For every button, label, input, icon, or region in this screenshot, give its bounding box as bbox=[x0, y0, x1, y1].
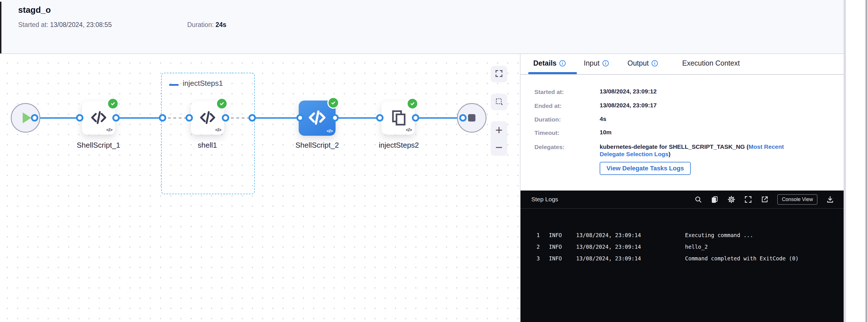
detail-value: 13/08/2024, 23:09:17 bbox=[600, 102, 657, 109]
stop-icon bbox=[468, 114, 475, 121]
log-message: Command completed with ExitCode (0) bbox=[685, 255, 799, 262]
step-type-glyph: </> bbox=[106, 127, 112, 133]
step-node-shell1[interactable]: </> bbox=[191, 101, 224, 135]
group-label[interactable]: injectSteps1 bbox=[183, 79, 223, 88]
edge-start-to-shellscript1 bbox=[35, 117, 80, 119]
connector-dot[interactable] bbox=[331, 114, 339, 121]
log-timestamp: 13/08/2024, 23:09:14 bbox=[576, 244, 641, 250]
shell-script-icon bbox=[90, 109, 107, 127]
connector-dot[interactable] bbox=[412, 114, 419, 121]
pipeline-execution-page: stagd_o Started at: 13/08/2024, 23:08:55… bbox=[0, 0, 868, 322]
step-label-shellscript2[interactable]: ShellScript_2 bbox=[283, 141, 351, 150]
edge-shellscript2-to-injectsteps2 bbox=[335, 117, 380, 119]
detail-label: Duration: bbox=[534, 116, 594, 123]
log-timestamp: 13/08/2024, 23:09:14 bbox=[576, 232, 641, 238]
connector-dot[interactable] bbox=[459, 114, 467, 121]
console-header: Step Logs Console View bbox=[521, 191, 844, 209]
tab-output[interactable]: Output bbox=[627, 59, 658, 67]
detail-value: 13/08/2024, 23:09:12 bbox=[600, 88, 657, 95]
step-label-shell1[interactable]: shell1 bbox=[173, 141, 241, 150]
connector-dot[interactable] bbox=[248, 114, 256, 121]
tab-details[interactable]: Details bbox=[533, 59, 566, 67]
detail-label: Timeout: bbox=[534, 129, 594, 136]
log-level: INFO bbox=[549, 244, 562, 250]
success-check-icon bbox=[107, 98, 119, 110]
delegates-value: kubernetes-delegate for SHELL_SCRIPT_TAS… bbox=[600, 143, 787, 158]
connector-dot[interactable] bbox=[222, 114, 229, 121]
step-type-glyph: </> bbox=[406, 127, 412, 133]
log-message: Executing command ... bbox=[685, 232, 753, 238]
connector-dot[interactable] bbox=[186, 114, 193, 121]
window-scrollbar[interactable] bbox=[865, 0, 867, 322]
delegates-label: Delegates: bbox=[534, 144, 594, 150]
duration-label: Duration: bbox=[187, 21, 214, 28]
connector-dot[interactable] bbox=[112, 114, 120, 121]
log-message: hello_2 bbox=[685, 244, 708, 250]
play-icon bbox=[23, 112, 31, 123]
step-type-glyph: </> bbox=[327, 128, 333, 134]
log-line: 2 INFO 13/08/2024, 23:09:14 hello_2 bbox=[521, 244, 844, 252]
settings-gear-icon[interactable] bbox=[727, 195, 736, 204]
edge-shell1-to-groupend bbox=[225, 117, 252, 119]
info-icon[interactable] bbox=[602, 60, 609, 67]
log-timestamp: 13/08/2024, 23:09:14 bbox=[576, 255, 641, 262]
detail-label: Ended at: bbox=[534, 103, 594, 109]
copy-icon[interactable] bbox=[711, 196, 718, 203]
tab-output-label: Output bbox=[627, 59, 649, 67]
console-toolbar: Console View bbox=[694, 191, 834, 208]
active-tab-underline bbox=[528, 72, 577, 74]
connector-dot[interactable] bbox=[76, 114, 83, 121]
started-at-label: Started at: bbox=[18, 21, 48, 28]
edge-group-to-shellscript2 bbox=[252, 117, 300, 119]
search-icon[interactable] bbox=[694, 196, 702, 203]
tab-details-label: Details bbox=[533, 59, 557, 67]
shell-script-icon bbox=[308, 108, 327, 128]
download-icon[interactable] bbox=[826, 196, 834, 203]
marquee-select-button[interactable] bbox=[491, 94, 507, 110]
marquee-selection-icon bbox=[495, 97, 503, 107]
fit-to-screen-button[interactable] bbox=[491, 66, 507, 82]
zoom-controls: + − bbox=[491, 121, 507, 156]
connector-dot[interactable] bbox=[376, 114, 383, 121]
tab-input[interactable]: Input bbox=[584, 59, 609, 67]
panel-right-rail bbox=[844, 0, 846, 322]
view-delegate-tasks-logs-button[interactable]: View Delegate Tasks Logs bbox=[600, 162, 691, 175]
shell-script-icon bbox=[199, 109, 216, 127]
edge-shellscript1-to-group bbox=[116, 117, 162, 119]
tab-execution-context-label: Execution Context bbox=[682, 59, 740, 67]
step-logs-console: Step Logs Console View bbox=[521, 191, 844, 322]
open-in-new-icon[interactable] bbox=[761, 196, 769, 203]
edge-group-to-shell1 bbox=[162, 117, 189, 119]
group-steps-icon bbox=[390, 109, 407, 127]
fullscreen-icon[interactable] bbox=[744, 196, 752, 203]
details-tabs: Details Input Output Execution Context bbox=[521, 54, 844, 75]
success-check-icon bbox=[327, 97, 339, 109]
step-node-shellscript1[interactable]: </> bbox=[82, 101, 115, 135]
console-view-button[interactable]: Console View bbox=[777, 194, 817, 205]
log-line: 3 INFO 13/08/2024, 23:09:14 Command comp… bbox=[521, 255, 844, 264]
step-label-shellscript1[interactable]: ShellScript_1 bbox=[64, 141, 132, 150]
info-icon[interactable] bbox=[651, 60, 658, 67]
zoom-in-button[interactable]: + bbox=[491, 121, 507, 139]
connector-dot[interactable] bbox=[159, 114, 166, 121]
step-label-injectsteps2[interactable]: injectSteps2 bbox=[365, 141, 433, 150]
connector-dot[interactable] bbox=[297, 114, 304, 121]
delegates-text: kubernetes-delegate for SHELL_SCRIPT_TAS… bbox=[600, 143, 749, 150]
zoom-out-button[interactable]: − bbox=[491, 139, 507, 156]
tab-input-label: Input bbox=[584, 59, 600, 67]
fullscreen-icon bbox=[495, 69, 503, 79]
collapse-group-icon[interactable] bbox=[169, 82, 179, 87]
stage-header: stagd_o Started at: 13/08/2024, 23:08:55… bbox=[0, 0, 844, 54]
stage-title: stagd_o bbox=[18, 5, 51, 15]
step-node-shellscript2-selected[interactable]: </> bbox=[299, 100, 336, 136]
connector-dot[interactable] bbox=[31, 114, 38, 121]
tab-execution-context[interactable]: Execution Context bbox=[682, 59, 740, 67]
info-icon[interactable] bbox=[559, 60, 566, 67]
step-node-injectsteps2[interactable]: </> bbox=[381, 101, 415, 135]
edge-injectsteps2-to-end bbox=[415, 117, 463, 119]
detail-value: 10m bbox=[600, 129, 612, 136]
log-line-number: 2 bbox=[532, 244, 540, 250]
pipeline-canvas[interactable]: injectSteps1 bbox=[0, 54, 520, 322]
step-type-glyph: </> bbox=[215, 127, 221, 133]
stage-duration: Duration: 24s bbox=[187, 21, 226, 29]
